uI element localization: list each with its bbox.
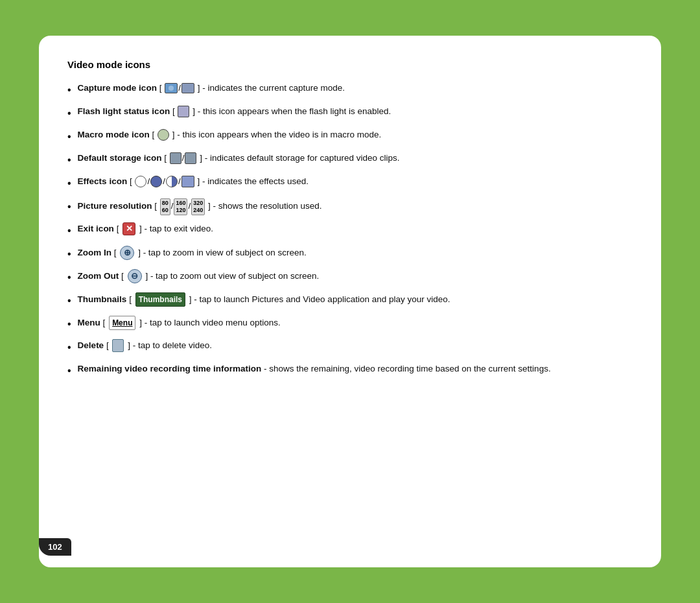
effect-white-icon	[135, 176, 146, 187]
list-item: • Flash light status icon [ ] - this ico…	[67, 105, 633, 121]
item-label: Remaining video recording time informati…	[78, 364, 262, 373]
flash-icon	[178, 106, 189, 117]
bullet: •	[67, 270, 71, 285]
bullet: •	[67, 199, 71, 215]
item-text: Thumbnails [ Thumbnails ] - tap to launc…	[78, 292, 633, 307]
items-list: • Capture mode icon [ / ] - indicates th…	[67, 82, 633, 379]
item-text: Zoom In [ ⊕ ] - tap to zoom in view of s…	[78, 246, 633, 260]
bullet: •	[67, 223, 71, 239]
item-label: Macro mode icon	[78, 130, 150, 139]
bullet: •	[67, 363, 71, 379]
list-item: • Remaining video recording time informa…	[67, 362, 633, 379]
effect-img-icon	[181, 176, 194, 187]
list-item: • Default storage icon [ / ] - indicates…	[67, 152, 633, 168]
item-text: Menu [ Menu ] - tap to launch video menu…	[78, 316, 633, 330]
bullet: •	[67, 129, 71, 145]
camera-icon	[165, 83, 178, 93]
bullet: •	[67, 152, 71, 168]
list-item: • Delete [ ] - tap to delete video.	[67, 339, 633, 355]
item-text: Capture mode icon [ / ] - indicates the …	[78, 82, 633, 95]
item-text: Effects icon [ /// ] - indicates the eff…	[78, 175, 633, 188]
item-label: Zoom In	[78, 247, 112, 257]
thumbnails-icon: Thumbnails	[135, 292, 185, 307]
res-icon-2: 160120	[174, 198, 187, 215]
item-text: Flash light status icon [ ] - this icon …	[78, 105, 633, 118]
storage-icon-1	[170, 152, 181, 164]
effect-half-icon	[166, 176, 178, 187]
bullet: •	[67, 316, 71, 332]
zoom-out-icon: ⊖	[128, 269, 142, 283]
item-label: Exit icon	[78, 224, 114, 233]
item-label: Zoom Out	[78, 270, 119, 280]
storage-icon-2	[185, 152, 196, 164]
page-number: 102	[39, 538, 71, 556]
list-item: • Thumbnails [ Thumbnails ] - tap to lau…	[67, 292, 633, 309]
item-label: Menu	[78, 317, 100, 327]
list-item: • Zoom In [ ⊕ ] - tap to zoom in view of…	[67, 246, 633, 262]
item-text: Remaining video recording time informati…	[78, 362, 633, 375]
page-title: Video mode icons	[67, 59, 633, 70]
list-item: • Zoom Out [ ⊖ ] - tap to zoom out view …	[67, 269, 633, 285]
item-label: Flash light status icon	[78, 106, 170, 116]
bullet: •	[67, 246, 71, 262]
list-item: • Exit icon [ ✕ ] - tap to exit video.	[67, 222, 633, 239]
item-text: Exit icon [ ✕ ] - tap to exit video.	[78, 222, 633, 235]
video-icon	[181, 83, 194, 93]
item-text: Zoom Out [ ⊖ ] - tap to zoom out view of…	[78, 269, 633, 283]
list-item: • Menu [ Menu ] - tap to launch video me…	[67, 316, 633, 332]
item-label: Thumbnails	[78, 294, 127, 303]
item-label: Picture resolution	[78, 201, 152, 211]
exit-icon: ✕	[122, 222, 135, 235]
item-label: Delete	[78, 340, 104, 350]
effect-dark-icon	[150, 176, 162, 187]
list-item: • Capture mode icon [ / ] - indicates th…	[67, 82, 633, 98]
macro-icon	[158, 129, 169, 141]
item-text: Macro mode icon [ ] - this icon appears …	[78, 128, 633, 141]
bullet: •	[67, 82, 71, 98]
item-label: Effects icon	[78, 176, 128, 186]
bullet: •	[67, 106, 71, 121]
zoom-in-icon: ⊕	[120, 246, 134, 260]
menu-icon: Menu	[109, 316, 135, 330]
page-container: Video mode icons • Capture mode icon [ /…	[39, 36, 661, 567]
item-text: Picture resolution [ 8060/160120/320240 …	[78, 198, 633, 215]
list-item: • Effects icon [ /// ] - indicates the e…	[67, 175, 633, 191]
item-text: Default storage icon [ / ] - indicates d…	[78, 152, 633, 165]
res-icon-3: 320240	[191, 198, 205, 215]
item-text: Delete [ ] - tap to delete video.	[78, 339, 633, 352]
delete-icon	[112, 339, 124, 352]
list-item: • Picture resolution [ 8060/160120/32024…	[67, 198, 633, 215]
list-item: • Macro mode icon [ ] - this icon appear…	[67, 128, 633, 145]
item-label: Capture mode icon	[78, 83, 157, 93]
res-icon-1: 8060	[160, 198, 170, 215]
bullet: •	[67, 340, 71, 355]
bullet: •	[67, 293, 71, 309]
bullet: •	[67, 176, 71, 191]
item-label: Default storage icon	[78, 153, 162, 163]
